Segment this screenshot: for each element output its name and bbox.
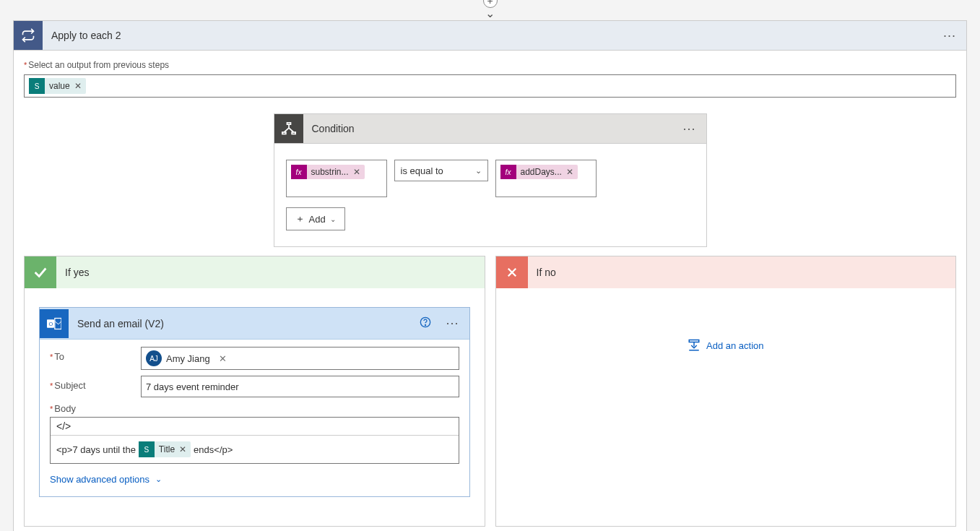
value-token[interactable]: S value ✕	[29, 78, 86, 94]
plus-icon: ＋	[295, 212, 305, 225]
adddays-token[interactable]: fx addDays... ✕	[500, 165, 578, 179]
svg-text:O: O	[49, 321, 53, 327]
apply-to-each-header[interactable]: Apply to each 2 ···	[14, 21, 966, 51]
fx-icon: fx	[500, 165, 516, 179]
to-label: *To	[50, 347, 141, 362]
loop-icon	[14, 21, 43, 50]
condition-menu[interactable]: ···	[672, 121, 706, 137]
condition-body: fx substrin... ✕ is equal to ⌄ fx	[274, 144, 706, 246]
outlook-icon: O	[40, 309, 69, 338]
help-icon[interactable]	[415, 316, 435, 330]
sharepoint-icon: S	[29, 78, 45, 94]
remove-token-icon[interactable]: ✕	[74, 81, 86, 91]
chevron-down-icon: ⌄	[475, 166, 482, 176]
condition-card: Condition ··· fx substrin... ✕	[274, 113, 707, 247]
condition-title: Condition	[303, 123, 673, 134]
condition-left-input[interactable]: fx substrin... ✕	[286, 160, 387, 197]
apply-to-each-card: Apply to each 2 ··· *Select an output fr…	[13, 20, 967, 531]
add-action-link[interactable]: Add an action	[688, 339, 764, 352]
fx-icon: fx	[291, 165, 307, 179]
remove-token-icon[interactable]: ✕	[566, 167, 578, 177]
svg-point-7	[425, 324, 426, 325]
remove-token-icon[interactable]: ✕	[179, 444, 191, 454]
send-email-card: O Send an email (V2) ··· *To	[39, 307, 470, 497]
condition-operator-select[interactable]: is equal to ⌄	[394, 160, 488, 181]
if-no-header: If no	[496, 256, 956, 288]
if-no-card: If no Add an action	[495, 256, 957, 527]
apply-to-each-body: *Select an output from previous steps S …	[14, 51, 966, 531]
chevron-down-icon: ⌄	[155, 475, 162, 484]
if-yes-header: If yes	[25, 256, 485, 288]
send-email-header[interactable]: O Send an email (V2) ···	[40, 308, 469, 340]
subject-input[interactable]: 7 days event reminder	[141, 376, 459, 397]
condition-header[interactable]: Condition ···	[274, 114, 706, 144]
substring-token[interactable]: fx substrin... ✕	[291, 165, 365, 179]
svg-rect-0	[282, 132, 285, 134]
to-input[interactable]: AJ Amy Jiang ✕	[141, 347, 459, 370]
subject-label: *Subject	[50, 376, 141, 391]
send-email-menu[interactable]: ···	[435, 316, 469, 331]
check-icon	[25, 256, 56, 288]
avatar: AJ	[146, 350, 162, 366]
show-advanced-options-link[interactable]: Show advanced options ⌄	[50, 474, 162, 485]
condition-right-input[interactable]: fx addDays... ✕	[495, 160, 597, 197]
sharepoint-icon: S	[139, 441, 155, 457]
insert-step-above[interactable]: + ⌄	[13, 0, 967, 20]
select-output-label: *Select an output from previous steps	[24, 60, 169, 70]
remove-recipient-icon[interactable]: ✕	[214, 353, 227, 364]
apply-to-each-menu[interactable]: ···	[933, 28, 966, 43]
condition-icon	[274, 114, 303, 143]
add-condition-button[interactable]: ＋ Add ⌄	[286, 207, 345, 230]
body-label: *Body	[50, 403, 141, 414]
chevron-down-icon: ⌄	[330, 215, 336, 223]
recipient-chip[interactable]: AJ Amy Jiang ✕	[146, 350, 227, 366]
arrow-down-icon: ⌄	[13, 12, 967, 16]
select-output-input[interactable]: S value ✕	[24, 74, 956, 98]
code-view-toggle[interactable]: </>	[51, 418, 459, 436]
add-action-icon	[688, 339, 701, 352]
body-input[interactable]: </> <p>7 days until the S Title ✕	[50, 417, 459, 464]
condition-branches: If yes O Send an email (V2) ···	[24, 256, 956, 527]
apply-to-each-title: Apply to each 2	[43, 30, 933, 41]
title-token[interactable]: S Title ✕	[139, 441, 191, 457]
required-icon: *	[24, 61, 27, 69]
close-icon	[496, 256, 528, 288]
remove-token-icon[interactable]: ✕	[353, 167, 365, 177]
svg-rect-2	[287, 123, 290, 125]
svg-rect-1	[292, 132, 295, 134]
if-yes-card: If yes O Send an email (V2) ···	[24, 256, 485, 527]
svg-rect-10	[689, 340, 699, 342]
